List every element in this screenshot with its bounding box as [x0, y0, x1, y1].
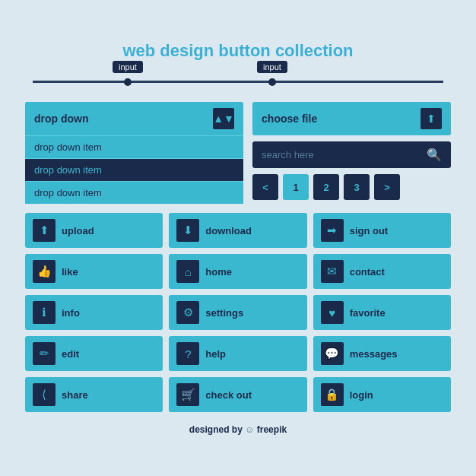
slider-label-left: input: [113, 61, 143, 73]
checkout-icon: 🛒: [176, 383, 199, 406]
search-icon: 🔍: [427, 148, 442, 162]
title-highlight: web design button: [122, 41, 270, 60]
contact-icon: ✉: [321, 260, 344, 283]
share-icon: ⟨: [33, 383, 56, 406]
main-container: web design button collection input input…: [17, 26, 459, 450]
settings-label: settings: [205, 307, 243, 319]
pagination-prev[interactable]: <: [252, 174, 278, 200]
info-label: info: [62, 307, 80, 319]
top-section: drop down ▲▼ drop down item drop down it…: [25, 102, 451, 204]
dropdown-item-1[interactable]: drop down item: [25, 135, 243, 158]
signout-icon: ➡: [321, 219, 344, 242]
footer-text: designed by: [189, 424, 243, 435]
settings-icon: ⚙: [176, 301, 199, 324]
dropdown-arrow-button[interactable]: ▲▼: [213, 108, 234, 129]
slider-dot-left[interactable]: [124, 78, 132, 86]
upload-file-icon: ⬆: [420, 108, 442, 129]
favorite-icon: ♥: [321, 301, 344, 324]
edit-button[interactable]: ✏ edit: [25, 336, 163, 371]
edit-label: edit: [62, 348, 79, 360]
help-label: help: [205, 348, 226, 360]
search-placeholder: search here: [262, 149, 314, 160]
login-label: login: [350, 389, 373, 401]
like-button[interactable]: 👍 like: [25, 254, 163, 289]
search-bar[interactable]: search here 🔍: [252, 141, 451, 168]
page-title: web design button collection: [25, 41, 451, 61]
like-label: like: [62, 266, 78, 278]
pagination-page-1[interactable]: 1: [283, 174, 309, 200]
slider-label-right: input: [257, 61, 287, 73]
download-icon: ⬇: [176, 219, 199, 242]
like-icon: 👍: [33, 260, 56, 283]
buttons-grid: ⬆ upload ⬇ download ➡ sign out 👍 like ⌂ …: [25, 213, 451, 412]
favorite-button[interactable]: ♥ favorite: [313, 295, 451, 330]
help-button[interactable]: ? help: [169, 336, 306, 371]
upload-icon: ⬆: [33, 219, 56, 242]
info-icon: ℹ: [33, 301, 56, 324]
home-button[interactable]: ⌂ home: [169, 254, 306, 289]
download-label: download: [205, 225, 252, 236]
slider-dot-right[interactable]: [268, 78, 276, 86]
checkout-button[interactable]: 🛒 check out: [169, 377, 306, 412]
dropdown-header[interactable]: drop down ▲▼: [25, 102, 243, 135]
settings-button[interactable]: ⚙ settings: [169, 295, 306, 330]
footer: designed by ☺ freepik: [25, 424, 451, 435]
slider-track: [33, 81, 443, 83]
dropdown-label: drop down: [34, 113, 89, 125]
signout-label: sign out: [350, 225, 389, 236]
pagination: < 1 2 3 >: [252, 174, 451, 200]
checkout-label: check out: [205, 389, 252, 401]
dropdown-item-2[interactable]: drop down item: [25, 158, 243, 181]
right-col: choose file ⬆ search here 🔍 < 1 2 3 >: [252, 102, 451, 204]
help-icon: ?: [176, 342, 199, 365]
pagination-page-2[interactable]: 2: [313, 174, 339, 200]
home-label: home: [205, 266, 232, 278]
choose-file-label: choose file: [262, 113, 317, 125]
pagination-next[interactable]: >: [374, 174, 400, 200]
choose-file-button[interactable]: choose file ⬆: [252, 102, 451, 135]
dropdown-col: drop down ▲▼ drop down item drop down it…: [25, 102, 243, 204]
contact-label: contact: [350, 266, 385, 278]
dropdown-item-3[interactable]: drop down item: [25, 181, 243, 204]
upload-button[interactable]: ⬆ upload: [25, 213, 163, 248]
edit-icon: ✏: [33, 342, 56, 365]
share-button[interactable]: ⟨ share: [25, 377, 163, 412]
login-icon: 🔒: [321, 383, 344, 406]
info-button[interactable]: ℹ info: [25, 295, 163, 330]
sliders-row: input input: [25, 75, 451, 90]
upload-label: upload: [62, 225, 94, 236]
title-rest: collection: [271, 41, 354, 60]
messages-button[interactable]: 💬 messages: [313, 336, 451, 371]
share-label: share: [62, 389, 88, 401]
favorite-label: favorite: [350, 307, 386, 319]
messages-icon: 💬: [321, 342, 344, 365]
signout-button[interactable]: ➡ sign out: [313, 213, 451, 248]
contact-button[interactable]: ✉ contact: [313, 254, 451, 289]
slider-group: input input: [33, 75, 443, 90]
pagination-page-3[interactable]: 3: [344, 174, 370, 200]
login-button[interactable]: 🔒 login: [313, 377, 451, 412]
messages-label: messages: [350, 348, 398, 360]
footer-brand: freepik: [257, 424, 287, 435]
download-button[interactable]: ⬇ download: [169, 213, 306, 248]
home-icon: ⌂: [176, 260, 199, 283]
